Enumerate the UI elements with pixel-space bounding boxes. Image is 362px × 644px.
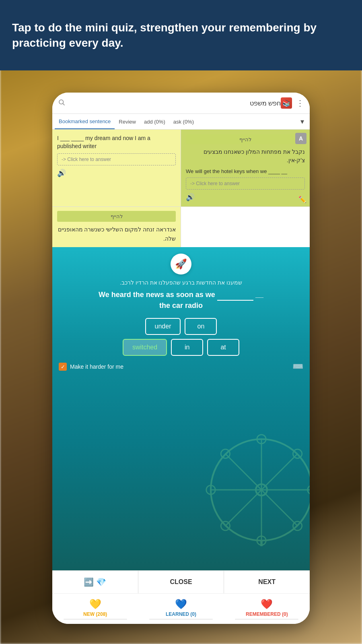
harder-row: ✓ Make it harder for me ⌨️ [59, 361, 303, 372]
answer-btn-in[interactable]: in [171, 339, 203, 356]
tab-ask[interactable]: ask (0%) [169, 115, 198, 129]
nav-new-progress [64, 619, 127, 620]
gem-icon: 💎 [96, 577, 106, 587]
tab-dropdown-icon[interactable]: ▾ [297, 114, 307, 129]
answer-row-2: switched in at [123, 339, 239, 356]
nav-remembered-progress [235, 619, 298, 620]
nav-new-label: NEW (208) [83, 611, 107, 617]
action-buttons-row: ➡️ 💎 CLOSE NEXT [52, 570, 310, 593]
more-options-icon[interactable]: ⋮ [296, 98, 304, 108]
answer-buttons: under on switched in at [123, 318, 239, 356]
phone-frame: חפש משפט 📚 ⋮ Bookmarked sentence Review … [52, 93, 310, 624]
tab-bookmarked[interactable]: Bookmarked sentence [55, 114, 115, 129]
font-size-icon: A [295, 133, 306, 144]
card-right-top-answer[interactable]: -> Click here to answer [186, 178, 305, 190]
arrow-right-icon: ➡️ [84, 577, 94, 587]
speaker-icon-left-top[interactable]: 🔊 [57, 169, 66, 177]
harder-label: Make it harder for me [70, 363, 123, 370]
arrow-action-btn[interactable]: ➡️ 💎 [52, 571, 138, 593]
nav-learned-label: LEARNED (0) [166, 611, 196, 617]
search-input[interactable]: חפש משפט [68, 99, 281, 107]
tabs-row: Bookmarked sentence Review add (0%) ask … [52, 114, 310, 130]
book-icon[interactable]: 📚 [281, 97, 292, 109]
answer-btn-on[interactable]: on [185, 318, 217, 335]
nav-item-remembered[interactable]: ❤️ REMEMBERED (0) [224, 594, 310, 624]
quiz-english-text: We heard the news as soon as we [99, 291, 215, 299]
harder-checkbox[interactable]: ✓ [59, 363, 67, 371]
answer-btn-switched[interactable]: switched [123, 339, 167, 356]
ferris-wheel-bg [205, 433, 310, 546]
quiz-suffix-line2: the car radio [159, 301, 203, 310]
next-button[interactable]: NEXT [224, 571, 310, 593]
card-left-top-answer[interactable]: -> Click here to answer [57, 153, 176, 165]
answer-row-1: under on [145, 318, 217, 335]
speaker-icon-right-top[interactable]: 🔊 [186, 193, 305, 202]
quiz-rocket-icon: 🚀 [171, 254, 191, 275]
answer-btn-under[interactable]: under [145, 318, 181, 335]
phone-inner: חפש משפט 📚 ⋮ Bookmarked sentence Review … [52, 93, 310, 624]
lehayif-btn-right-top[interactable]: להייף [186, 134, 305, 144]
top-banner: Tap to do the mini quiz, strengthen your… [0, 0, 362, 70]
card-right-top-english: We will get the hotel keys when we ____ … [186, 168, 305, 175]
search-right-icons: 📚 ⋮ [281, 97, 304, 109]
bottom-nav: 💛 NEW (208) 💙 LEARNED (0) ❤️ REMEMBERED … [52, 593, 310, 624]
nav-new-icon: 💛 [89, 599, 101, 610]
cards-grid: I ___ ____ my dream and now I am a publi… [52, 130, 310, 247]
card-left-top-sentence: I ___ ____ my dream and now I am a publi… [57, 134, 176, 150]
nav-item-learned[interactable]: 💙 LEARNED (0) [138, 594, 224, 624]
quiz-suffix: __ [255, 291, 263, 299]
nav-learned-icon: 💙 [175, 599, 187, 610]
close-button[interactable]: CLOSE [138, 571, 224, 593]
answer-btn-at[interactable]: at [207, 339, 239, 356]
card-left-top[interactable]: I ___ ____ my dream and now I am a publi… [52, 130, 181, 207]
banner-text: Tap to do the mini quiz, strengthen your… [12, 20, 350, 51]
card-right-top-hebrew: נקבל את מפתחות המלון כשאנחנו מבצעים צ'ק-… [186, 148, 305, 165]
search-bar: חפש משפט 📚 ⋮ [52, 93, 310, 114]
tab-review[interactable]: Review [115, 115, 140, 129]
svg-point-0 [59, 100, 64, 104]
quiz-blank [217, 290, 253, 301]
lehayif-bar[interactable]: להייף [57, 211, 176, 222]
nav-item-new[interactable]: 💛 NEW (208) [52, 594, 138, 624]
svg-line-1 [63, 103, 64, 105]
keyboard-icon[interactable]: ⌨️ [292, 361, 303, 372]
search-icon [58, 99, 65, 107]
quiz-section: 🚀 שמענו את החדשות ברגע שהפעלנו את הרדיו … [52, 247, 310, 570]
card-right-top[interactable]: A להייף נקבל את מפתחות המלון כשאנחנו מבצ… [181, 130, 310, 207]
nav-remembered-icon: ❤️ [261, 599, 273, 610]
nav-learned-progress [149, 619, 213, 620]
quiz-hebrew-sentence: שמענו את החדשות ברגע שהפעלנו את הרדיו לר… [120, 279, 242, 286]
nav-remembered-label: REMEMBERED (0) [246, 611, 288, 617]
edit-icon-right-top: ✏️ [298, 196, 306, 203]
card-left-bottom-hebrew: אנדראה זנחה למקום השלישי כשנשרה מהאופניי… [57, 225, 176, 243]
card-left-bottom[interactable]: להייף אנדראה זנחה למקום השלישי כשנשרה מה… [52, 207, 181, 247]
quiz-english-sentence: We heard the news as soon as we __ the c… [99, 290, 263, 311]
tab-add[interactable]: add (0%) [140, 115, 169, 129]
